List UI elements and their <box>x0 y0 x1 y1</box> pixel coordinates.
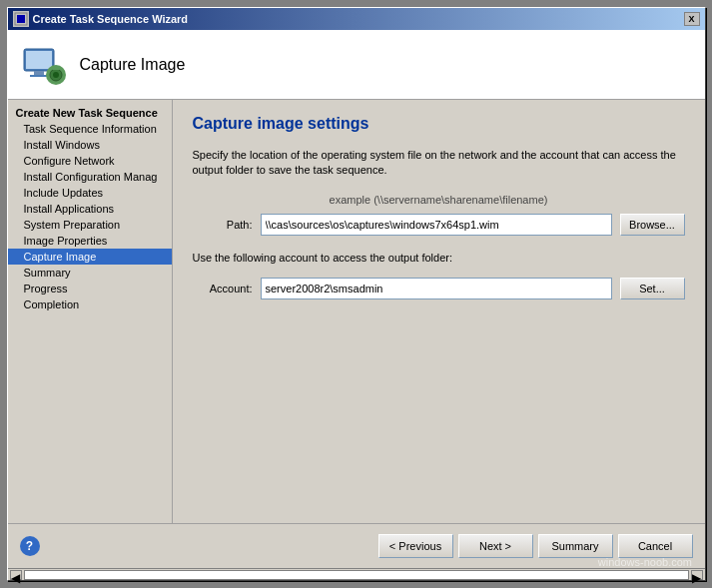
sidebar-item-capture-image[interactable]: Capture Image <box>8 249 172 265</box>
sidebar-item-task-sequence-info[interactable]: Task Sequence Information <box>8 121 172 137</box>
sidebar-item-summary[interactable]: Summary <box>8 265 172 281</box>
sidebar-item-include-updates[interactable]: Include Updates <box>8 185 172 201</box>
sidebar-item-image-properties[interactable]: Image Properties <box>8 233 172 249</box>
sidebar-section-header: Create New Task Sequence <box>8 105 172 121</box>
scroll-left-button[interactable]: ◀ <box>10 570 22 580</box>
account-section-desc: Use the following account to access the … <box>193 251 685 266</box>
cancel-button[interactable]: Cancel <box>618 534 693 558</box>
svg-rect-9 <box>52 66 60 70</box>
set-button[interactable]: Set... <box>620 278 685 299</box>
svg-rect-5 <box>30 75 48 77</box>
window-title: Create Task Sequence Wizard <box>33 13 189 25</box>
header-title: Capture Image <box>80 56 186 74</box>
main-content: Capture image settings Specify the locat… <box>173 100 705 523</box>
account-input[interactable] <box>261 278 612 299</box>
wizard-header: Capture Image <box>8 30 705 100</box>
sidebar-item-configure-network[interactable]: Configure Network <box>8 153 172 169</box>
svg-rect-1 <box>17 15 25 23</box>
footer-buttons: < Previous Next > Summary Cancel <box>378 534 693 558</box>
scroll-right-button[interactable]: ▶ <box>691 570 703 580</box>
sidebar-item-install-applications[interactable]: Install Applications <box>8 201 172 217</box>
window-icon <box>13 11 29 27</box>
scrollbar-track[interactable] <box>24 570 689 580</box>
example-text: example (\\servername\sharename\filename… <box>193 194 685 206</box>
svg-point-8 <box>53 72 59 78</box>
page-title: Capture image settings <box>193 115 685 133</box>
account-row: Account: Set... <box>193 278 685 299</box>
sidebar: Create New Task Sequence Task Sequence I… <box>8 100 173 523</box>
description-text: Specify the location of the operating sy… <box>193 148 685 179</box>
browse-button[interactable]: Browse... <box>620 214 685 236</box>
sidebar-item-install-windows[interactable]: Install Windows <box>8 137 172 153</box>
next-button[interactable]: Next > <box>458 534 533 558</box>
svg-rect-3 <box>26 51 52 69</box>
help-button[interactable]: ? <box>20 536 40 556</box>
content-area: Create New Task Sequence Task Sequence I… <box>8 100 705 523</box>
sidebar-item-install-config-mgr[interactable]: Install Configuration Manag <box>8 169 172 185</box>
previous-button[interactable]: < Previous <box>378 534 453 558</box>
sidebar-item-progress[interactable]: Progress <box>8 281 172 296</box>
wizard-icon <box>20 41 68 89</box>
svg-rect-4 <box>34 71 44 75</box>
wizard-window: Create Task Sequence Wizard X Capture Im… <box>7 7 706 581</box>
path-input[interactable] <box>261 214 612 236</box>
scrollbar-area: ◀ ▶ <box>8 568 705 580</box>
account-label: Account: <box>193 283 253 294</box>
sidebar-item-system-preparation[interactable]: System Preparation <box>8 217 172 233</box>
title-bar: Create Task Sequence Wizard X <box>8 8 705 30</box>
summary-button[interactable]: Summary <box>538 534 613 558</box>
watermark: windows-noob.com <box>598 556 692 568</box>
footer-left: ? <box>20 536 40 556</box>
sidebar-item-completion[interactable]: Completion <box>8 296 172 312</box>
close-button[interactable]: X <box>684 12 700 26</box>
path-label: Path: <box>193 219 253 231</box>
path-row: Path: Browse... <box>193 214 685 236</box>
